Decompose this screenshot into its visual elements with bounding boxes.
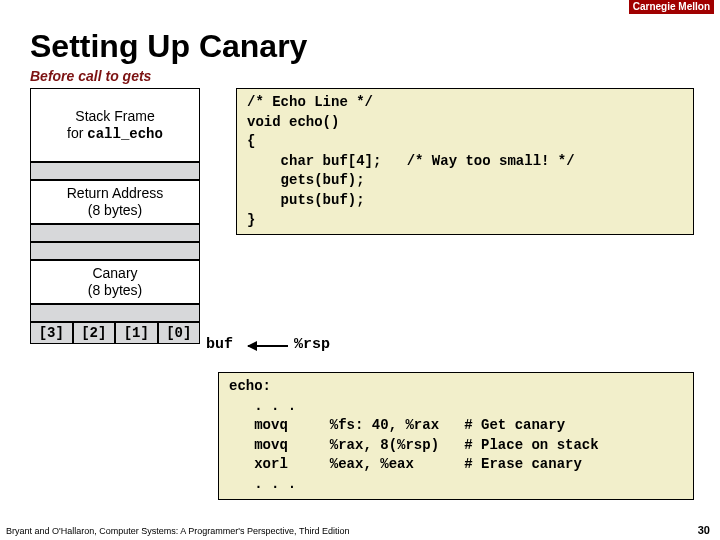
stack-idx-0: [0] [158,322,201,344]
buf-label: buf [206,336,233,353]
stack-cell-return: Return Address (8 bytes) [30,180,200,224]
stack-idx-1: [1] [115,322,158,344]
frame-label-prefix: for [67,125,87,141]
stack-cell-spacer-3 [30,242,200,260]
stack-index-row: [3] [2] [1] [0] [30,322,200,344]
c-code-box: /* Echo Line */ void echo() { char buf[4… [236,88,694,235]
slide-subtitle: Before call to gets [30,68,151,84]
page-number: 30 [698,524,710,536]
stack-idx-3: [3] [30,322,73,344]
frame-label-line1: Stack Frame [31,108,199,125]
return-label-line1: Return Address [31,185,199,202]
slide-title: Setting Up Canary [30,28,307,65]
rsp-label: %rsp [294,336,330,353]
stack-cell-frame: Stack Frame for call_echo [30,88,200,162]
frame-label-line2: for call_echo [31,125,199,143]
stack-cell-spacer-4 [30,304,200,322]
arrow-icon [248,345,288,347]
canary-label-line1: Canary [31,265,199,282]
footer-citation: Bryant and O'Hallaron, Computer Systems:… [6,526,349,536]
frame-label-func: call_echo [87,126,163,142]
stack-cell-spacer-2 [30,224,200,242]
stack-cell-spacer-1 [30,162,200,180]
canary-label-line2: (8 bytes) [31,282,199,299]
return-label-line2: (8 bytes) [31,202,199,219]
asm-code-box: echo: . . . movq %fs: 40, %rax # Get can… [218,372,694,500]
brand-badge: Carnegie Mellon [629,0,714,14]
stack-idx-2: [2] [73,322,116,344]
stack-diagram: Stack Frame for call_echo Return Address… [30,88,200,344]
stack-cell-canary: Canary (8 bytes) [30,260,200,304]
